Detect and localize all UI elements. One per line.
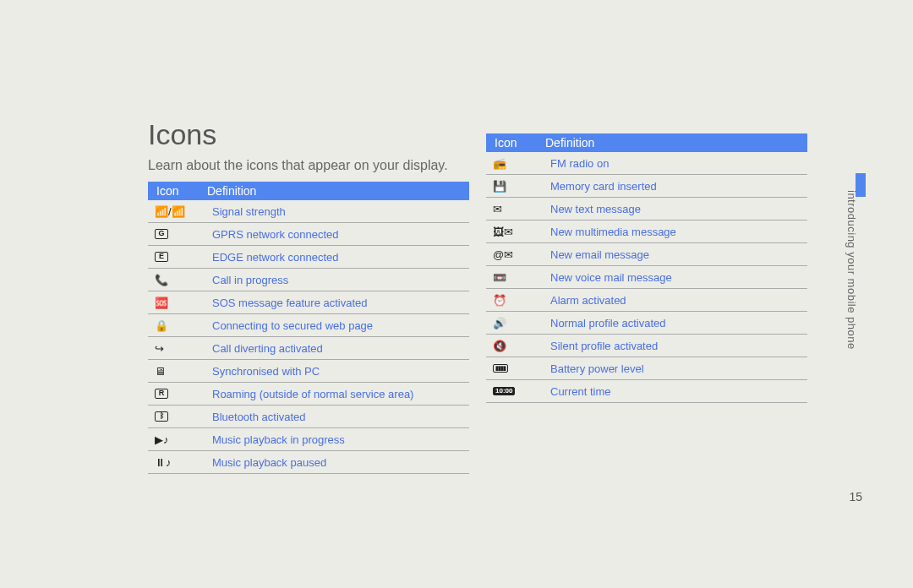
call-diverting-icon: ↪ [150,343,212,354]
table-row: G GPRS network connected [148,223,469,246]
definition-text: Silent profile activated [550,340,807,352]
table-row: ▮▮▮▮ Battery power level [486,357,807,380]
table-row: ⏰ Alarm activated [486,289,807,312]
table-header: Icon Definition [486,133,807,152]
table-row: 🔊 Normal profile activated [486,312,807,335]
header-icon-col: Icon [495,136,545,150]
table-row: R Roaming (outside of normal service are… [148,383,469,406]
definition-text: New text message [550,203,807,215]
new-mms-icon: 🖼✉ [488,226,550,237]
table-row: ▶♪ Music playback in progress [148,428,469,451]
definition-text: SOS message feature activated [212,297,469,309]
definition-text: FM radio on [550,157,807,170]
table-row: 📻 FM radio on [486,152,807,175]
header-def-col: Definition [545,136,807,150]
definition-text: Synchronised with PC [212,365,469,378]
definition-text: Battery power level [550,362,807,375]
normal-profile-icon: 🔊 [488,318,550,329]
definition-text: Memory card inserted [550,180,807,193]
definition-text: Call in progress [212,274,469,286]
sos-icon: 🆘 [150,297,212,308]
battery-level-icon: ▮▮▮▮ [488,364,550,373]
memory-card-icon: 💾 [488,181,550,192]
header-icon-col: Icon [156,184,207,198]
current-time-icon: 10:00 [488,387,550,396]
music-paused-icon: ⏸♪ [150,457,212,468]
definition-text: New voice mail message [550,271,807,284]
definition-text: New email message [550,248,807,261]
definition-text: Current time [550,385,807,398]
definition-text: Music playback paused [212,456,469,469]
definition-text: Call diverting activated [212,342,469,355]
new-voicemail-icon: 📼 [488,272,550,283]
alarm-icon: ⏰ [488,295,550,306]
table-row: ᛒ Bluetooth activated [148,406,469,428]
table-row: 10:00 Current time [486,380,807,403]
definition-text: Connecting to secured web page [212,319,469,332]
table-row: ⏸♪ Music playback paused [148,451,469,474]
manual-page: Icons Learn about the icons that appear … [0,0,913,588]
gprs-icon: G [150,229,212,239]
table-row: 🆘 SOS message feature activated [148,291,469,314]
call-in-progress-icon: 📞 [150,275,212,286]
definition-text: Alarm activated [550,294,807,307]
icons-table-left: Icon Definition 📶/📶 Signal strength G GP… [148,182,469,474]
page-title: Icons [148,118,216,151]
table-row: ✉ New text message [486,198,807,220]
icons-table-right: Icon Definition 📻 FM radio on 💾 Memory c… [486,133,807,403]
table-header: Icon Definition [148,182,469,200]
signal-strength-icon: 📶/📶 [150,206,212,217]
table-row: 🔒 Connecting to secured web page [148,314,469,337]
new-email-icon: @✉ [488,249,550,260]
page-subtitle: Learn about the icons that appear on you… [148,158,448,173]
table-row: 📶/📶 Signal strength [148,200,469,223]
definition-text: Roaming (outside of normal service area) [212,388,469,400]
table-row: 💾 Memory card inserted [486,175,807,198]
roaming-icon: R [150,389,212,399]
table-row: 🖼✉ New multimedia message [486,220,807,243]
table-row: E EDGE network connected [148,246,469,269]
new-text-message-icon: ✉ [488,204,550,215]
definition-text: Bluetooth activated [212,411,469,423]
edge-icon: E [150,252,212,262]
bluetooth-icon: ᛒ [150,411,212,422]
table-row: 🔇 Silent profile activated [486,335,807,357]
table-row: 📞 Call in progress [148,269,469,291]
silent-profile-icon: 🔇 [488,340,550,351]
definition-text: GPRS network connected [212,228,469,241]
section-label: introducing your mobile phone [845,190,858,350]
header-def-col: Definition [207,184,469,198]
music-playing-icon: ▶♪ [150,434,212,445]
sync-pc-icon: 🖥 [150,366,212,377]
secured-web-icon: 🔒 [150,320,212,331]
page-number: 15 [849,490,862,504]
table-row: 📼 New voice mail message [486,266,807,289]
fm-radio-icon: 📻 [488,158,550,169]
table-row: @✉ New email message [486,243,807,266]
table-row: 🖥 Synchronised with PC [148,360,469,383]
table-row: ↪ Call diverting activated [148,337,469,360]
definition-text: Signal strength [212,205,469,218]
definition-text: Normal profile activated [550,317,807,329]
definition-text: New multimedia message [550,226,807,238]
definition-text: EDGE network connected [212,251,469,264]
definition-text: Music playback in progress [212,433,469,446]
